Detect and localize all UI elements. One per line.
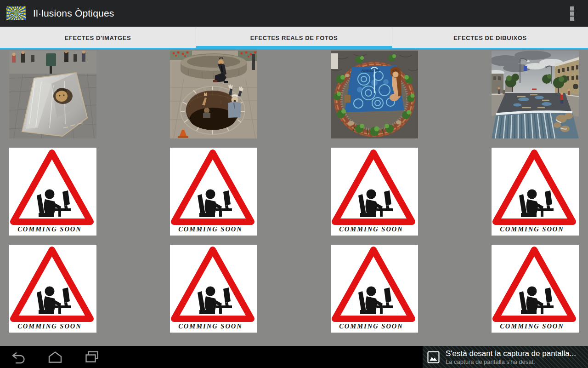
coming-soon-sign-image (170, 245, 257, 333)
back-button[interactable] (0, 346, 37, 368)
tab-efectes-dimatges[interactable]: EFECTES D'IMATGES (0, 27, 196, 49)
coming-soon-sign-image (9, 245, 96, 333)
coming-soon-sign-image (331, 148, 418, 236)
app-screen: Il·lusions Òptiques EFECTES D'IMATGES EF… (0, 0, 588, 368)
chalk-art-hole-image (170, 51, 257, 138)
coming-soon-thumbnail[interactable] (9, 148, 96, 236)
coming-soon-thumbnail[interactable] (492, 148, 579, 236)
coming-soon-thumbnail[interactable] (492, 245, 579, 333)
photo-thumbnail-mermaid-pool[interactable]: Awesome (331, 51, 418, 138)
photo-thumbnail-hole-in-plaza[interactable] (170, 51, 257, 138)
chalk-art-waterfall-image (492, 51, 579, 138)
coming-soon-thumbnail[interactable] (170, 245, 257, 333)
coming-soon-thumbnail[interactable] (331, 148, 418, 236)
coming-soon-sign-image (492, 245, 579, 333)
pool-watermark-text: Awesome (361, 68, 379, 73)
tab-label: EFECTES REALS DE FOTOS (250, 34, 338, 41)
coming-soon-thumbnail[interactable] (331, 245, 418, 333)
recents-button[interactable] (74, 346, 110, 368)
coming-soon-sign-image (9, 148, 96, 236)
tab-label: EFECTES DE DIBUIXOS (453, 34, 526, 41)
notification-title: S'està desant la captura de pantalla... (446, 349, 576, 358)
notification-subtitle: La captura de pantalla s'ha desat. (446, 358, 576, 365)
photo-thumbnail-street-waterfall[interactable] (492, 51, 579, 138)
content-area: Awesome (0, 49, 588, 346)
overflow-menu-icon[interactable] (562, 2, 582, 24)
back-icon (11, 350, 26, 364)
coming-soon-sign-image (492, 148, 579, 236)
screenshot-notification[interactable]: S'està desant la captura de pantalla... … (423, 346, 588, 368)
tab-bar: EFECTES D'IMATGES EFECTES REALS DE FOTOS… (0, 27, 588, 49)
chalk-art-sheet-face-image (9, 51, 96, 138)
photo-grid: Awesome (0, 49, 588, 333)
coming-soon-sign-image (170, 148, 257, 236)
coming-soon-sign-image (331, 245, 418, 333)
screenshot-image-icon (427, 351, 440, 363)
app-icon[interactable] (6, 6, 26, 20)
photo-thumbnail-sheet-face[interactable] (9, 51, 96, 138)
coming-soon-thumbnail[interactable] (170, 148, 257, 236)
home-icon (47, 350, 63, 364)
coming-soon-thumbnail[interactable] (9, 245, 96, 333)
action-bar: Il·lusions Òptiques (0, 0, 588, 27)
notification-text: S'està desant la captura de pantalla... … (446, 349, 576, 365)
chalk-art-pool-image: Awesome (331, 51, 418, 138)
tab-label: EFECTES D'IMATGES (65, 34, 131, 41)
app-title: Il·lusions Òptiques (33, 8, 114, 19)
tab-efectes-reals-de-fotos[interactable]: EFECTES REALS DE FOTOS (196, 27, 392, 49)
home-button[interactable] (37, 346, 74, 368)
tab-efectes-de-dibuixos[interactable]: EFECTES DE DIBUIXOS (392, 27, 588, 49)
recents-icon (84, 350, 100, 364)
